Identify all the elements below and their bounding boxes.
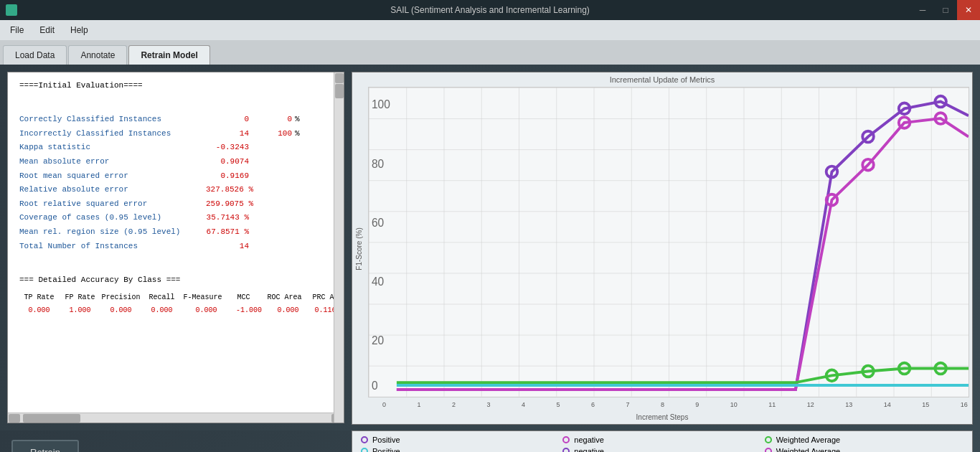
chart-title: Incremental Update of Metrics xyxy=(355,75,969,84)
metric-label-3: Mean absolute error xyxy=(19,156,206,169)
legend-weighted-1: Weighted Average xyxy=(765,435,963,444)
menu-file[interactable]: File xyxy=(3,22,31,38)
legend-positive-2: Positive xyxy=(361,447,560,452)
svg-text:0: 0 xyxy=(372,380,378,392)
legend-dot-weighted-1 xyxy=(765,436,772,443)
metric-value-0a: 0 xyxy=(206,113,249,126)
legend-negative-1: negative xyxy=(562,435,761,444)
legend-label-negative-2: negative xyxy=(574,447,604,452)
metric-label-7: Coverage of cases (0.95 level) xyxy=(19,212,206,225)
metric-row-0: Correctly Classified Instances 0 0 % xyxy=(19,113,332,126)
metric-value-2a: -0.3243 xyxy=(206,141,249,154)
th-roc: ROC Area xyxy=(265,292,304,303)
th-fmeasure: F-Measure xyxy=(183,292,222,303)
metric-value-9a: 14 xyxy=(206,240,249,253)
legend-label-positive-1: Positive xyxy=(372,435,400,444)
vertical-scrollbar[interactable] xyxy=(334,72,344,423)
svg-text:20: 20 xyxy=(372,334,385,347)
th-recall: Recall xyxy=(142,292,182,303)
chart-container: Incremental Update of Metrics F1-Score (… xyxy=(352,72,973,425)
metric-row-2: Kappa statistic -0.3243 xyxy=(19,141,332,154)
metric-label-2: Kappa statistic xyxy=(19,141,206,154)
section-title: ====Initial Evaluation==== xyxy=(19,80,332,93)
minimize-button[interactable]: ─ xyxy=(911,0,934,20)
metric-value-1a: 14 xyxy=(206,128,249,141)
th-precision: Precision xyxy=(101,292,141,303)
metric-label-5: Relative absolute error xyxy=(19,184,206,197)
legend-label-positive-2: Positive xyxy=(372,447,400,452)
table-header: TP Rate FP Rate Precision Recall F-Measu… xyxy=(19,292,332,303)
detailed-section: === Detailed Accuracy By Class === xyxy=(19,261,332,286)
tab-bar: Load Data Annotate Retrain Model xyxy=(0,40,980,65)
svg-text:60: 60 xyxy=(372,217,385,229)
tab-annotate[interactable]: Annotate xyxy=(68,45,127,65)
metric-value-0b: 0 xyxy=(249,113,292,126)
metric-label-9: Total Number of Instances xyxy=(19,240,206,253)
chart-svg: 100 80 60 40 20 0 xyxy=(369,88,969,397)
horizontal-scrollbar[interactable] xyxy=(8,413,344,423)
app-icon xyxy=(6,4,17,16)
metric-label-1: Incorrectly Classified Instances xyxy=(19,128,206,141)
metric-row-5: Relative absolute error 327.8526 % xyxy=(19,184,332,197)
title-bar: SAIL (Sentiment Analysis and Incremental… xyxy=(0,0,980,20)
legend-dot-positive-2 xyxy=(361,448,368,452)
right-panel: Incremental Update of Metrics F1-Score (… xyxy=(352,72,973,423)
tab-load-data[interactable]: Load Data xyxy=(3,45,67,65)
metric-label-0: Correctly Classified Instances xyxy=(19,113,206,126)
window-title: SAIL (Sentiment Analysis and Incremental… xyxy=(390,5,590,15)
svg-text:40: 40 xyxy=(372,276,385,288)
chart-area: F1-Score (%) 100 xyxy=(355,87,969,412)
chart-plot: 100 80 60 40 20 0 xyxy=(368,87,969,397)
legend-label-weighted-2: Weighted Average xyxy=(776,447,841,452)
legend-negative-2: negative xyxy=(562,447,761,452)
x-axis-labels: 0 1 2 3 4 5 6 7 8 9 10 11 12 xyxy=(381,401,969,408)
metric-row-6: Root relative squared error 259.9075 % xyxy=(19,198,332,211)
metric-unit-1: % xyxy=(295,128,300,141)
legend-dot-negative-1 xyxy=(562,436,570,443)
metric-value-3a: 0.9074 xyxy=(206,156,249,169)
metric-row-1: Incorrectly Classified Instances 14 100 … xyxy=(19,128,332,141)
x-axis-label: Increment Steps xyxy=(355,413,969,421)
metric-row-3: Mean absolute error 0.9074 xyxy=(19,156,332,169)
legend-weighted-2: Weighted Average xyxy=(765,447,963,452)
metric-value-5a: 327.8526 % xyxy=(206,184,253,197)
metric-label-8: Mean rel. region size (0.95 level) xyxy=(19,226,206,239)
evaluation-panel: ====Initial Evaluation==== Correctly Cla… xyxy=(7,72,344,423)
legend-dot-negative-2 xyxy=(562,448,570,452)
legend-label-weighted-1: Weighted Average xyxy=(776,435,841,444)
x-axis: 0 1 2 3 4 5 6 7 8 9 10 11 12 xyxy=(368,397,969,412)
metric-row-7: Coverage of cases (0.95 level) 35.7143 % xyxy=(19,212,332,225)
main-content: ====Initial Evaluation==== Correctly Cla… xyxy=(0,65,980,430)
th-mcc: MCC xyxy=(224,292,263,303)
metric-label-6: Root relative squared error xyxy=(19,198,206,211)
text-content[interactable]: ====Initial Evaluation==== Correctly Cla… xyxy=(8,72,344,413)
legend-label-negative-1: negative xyxy=(574,435,604,444)
metric-row-4: Root mean squared error 0.9169 xyxy=(19,170,332,183)
menu-help[interactable]: Help xyxy=(63,22,95,38)
tab-retrain-model[interactable]: Retrain Model xyxy=(128,45,209,65)
window-controls: ─ □ ✕ xyxy=(911,0,980,20)
svg-text:80: 80 xyxy=(372,158,385,170)
th-tp-rate: TP Rate xyxy=(19,292,59,303)
maximize-button[interactable]: □ xyxy=(934,0,957,20)
svg-rect-0 xyxy=(369,88,969,397)
menu-bar: File Edit Help xyxy=(0,20,980,40)
metric-value-4a: 0.9169 xyxy=(206,170,249,183)
y-axis-label: F1-Score (%) xyxy=(355,87,368,412)
metric-row-8: Mean rel. region size (0.95 level) 67.85… xyxy=(19,226,332,239)
menu-edit[interactable]: Edit xyxy=(32,22,62,38)
metric-value-6a: 259.9075 % xyxy=(206,198,253,211)
retrain-button[interactable]: Retrain xyxy=(11,440,79,453)
table-row-1: 0.000 1.000 0.000 0.000 0.000 -1.000 0.0… xyxy=(19,305,332,316)
legend: Positive negative Weighted Average Posit… xyxy=(352,430,973,452)
th-fp-rate: FP Rate xyxy=(60,292,100,303)
legend-positive-1: Positive xyxy=(361,435,560,444)
svg-text:100: 100 xyxy=(372,98,390,110)
legend-dot-weighted-2 xyxy=(765,448,772,452)
metric-label-4: Root mean squared error xyxy=(19,170,206,183)
metric-value-7a: 35.7143 % xyxy=(206,212,249,225)
metric-unit-0: % xyxy=(295,113,300,126)
legend-dot-positive-1 xyxy=(361,436,368,443)
close-button[interactable]: ✕ xyxy=(957,0,980,20)
metric-value-8a: 67.8571 % xyxy=(206,226,249,239)
